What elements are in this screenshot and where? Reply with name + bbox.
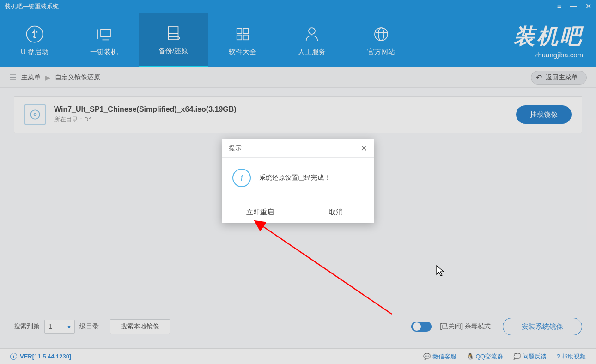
modal-overlay: 提示 ✕ i 系统还原设置已经完成！ 立即重启 取消 xyxy=(0,0,596,364)
modal-body: i 系统还原设置已经完成！ xyxy=(222,158,374,201)
restart-now-button[interactable]: 立即重启 xyxy=(222,201,298,223)
info-icon: i xyxy=(232,169,251,187)
modal-close-button[interactable]: ✕ xyxy=(360,143,367,153)
confirm-modal: 提示 ✕ i 系统还原设置已经完成！ 立即重启 取消 xyxy=(222,139,374,223)
modal-actions: 立即重启 取消 xyxy=(222,201,374,223)
modal-title: 提示 xyxy=(229,144,242,152)
cancel-button[interactable]: 取消 xyxy=(298,201,374,223)
modal-message: 系统还原设置已经完成！ xyxy=(259,174,330,182)
modal-header: 提示 ✕ xyxy=(222,139,374,158)
